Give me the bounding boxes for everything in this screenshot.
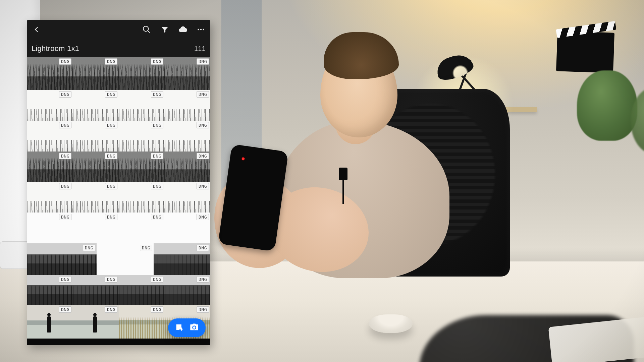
photo-thumbnail[interactable]: DNG <box>119 152 165 182</box>
file-format-badge: DNG <box>83 245 95 251</box>
lightroom-app-window: Lightroom 1x1 111 DNGDNGDNGDNGDNGDNGDNGD… <box>27 20 210 345</box>
album-title: Lightroom 1x1 <box>32 44 79 53</box>
file-format-badge: DNG <box>59 153 71 159</box>
file-format-badge: DNG <box>105 91 117 98</box>
photo-thumbnail[interactable]: DNG <box>27 182 73 213</box>
file-format-badge: DNG <box>197 153 209 159</box>
file-format-badge: DNG <box>197 122 209 128</box>
file-format-badge: DNG <box>151 183 163 189</box>
photo-thumbnail[interactable]: DNG <box>27 57 73 90</box>
file-format-badge: DNG <box>105 58 117 65</box>
file-format-badge: DNG <box>105 122 117 128</box>
photo-thumbnail[interactable]: DNG <box>119 57 165 90</box>
photo-thumbnail[interactable]: DNG <box>165 275 210 306</box>
photo-thumbnail[interactable]: DNG <box>119 305 165 339</box>
file-format-badge: DNG <box>59 214 71 220</box>
photo-grid[interactable]: DNGDNGDNGDNGDNGDNGDNGDNGDNGDNGDNGDNGDNGD… <box>27 57 210 345</box>
file-format-badge: DNG <box>105 183 117 189</box>
photo-thumbnail[interactable]: DNG <box>27 121 73 152</box>
photo-thumbnail[interactable]: DNG <box>97 243 154 276</box>
file-format-badge: DNG <box>151 91 163 98</box>
photo-thumbnail[interactable]: DNG <box>119 121 165 152</box>
photo-thumbnail[interactable]: DNG <box>73 90 119 121</box>
add-photo-icon <box>175 322 184 333</box>
svg-point-1 <box>200 29 202 30</box>
photo-thumbnail[interactable]: DNG <box>154 243 210 276</box>
photo-thumbnail[interactable]: DNG <box>165 90 210 121</box>
photo-thumbnail[interactable]: DNG <box>73 182 119 213</box>
app-toolbar <box>27 20 210 40</box>
file-format-badge: DNG <box>197 306 209 313</box>
power-strip <box>0 241 31 269</box>
file-format-badge: DNG <box>59 276 71 283</box>
photo-thumbnail[interactable]: DNG <box>73 213 119 244</box>
cloud-icon <box>178 25 187 35</box>
photo-thumbnail[interactable]: DNG <box>119 213 165 244</box>
file-format-badge: DNG <box>140 245 152 251</box>
photo-thumbnail[interactable]: DNG <box>73 121 119 152</box>
file-format-badge: DNG <box>105 153 117 159</box>
svg-point-2 <box>203 29 204 30</box>
svg-point-0 <box>198 29 199 30</box>
file-format-badge: DNG <box>197 245 209 251</box>
file-format-badge: DNG <box>151 122 163 128</box>
thumbnail-figure <box>47 316 51 333</box>
file-format-badge: DNG <box>151 306 163 313</box>
back-button[interactable] <box>29 23 44 38</box>
photo-thumbnail[interactable]: DNG <box>119 275 165 306</box>
camera-icon <box>190 322 199 333</box>
file-format-badge: DNG <box>197 183 209 189</box>
file-format-badge: DNG <box>197 91 209 98</box>
add-fab <box>168 318 206 337</box>
photo-thumbnail[interactable]: DNG <box>165 213 210 244</box>
file-format-badge: DNG <box>59 91 71 98</box>
filter-button[interactable] <box>157 23 172 38</box>
photo-thumbnail[interactable]: DNG <box>165 182 210 213</box>
file-format-badge: DNG <box>59 58 71 65</box>
file-format-badge: DNG <box>59 183 71 189</box>
photo-thumbnail[interactable]: DNG <box>73 275 119 306</box>
photo-thumbnail[interactable]: DNG <box>27 275 73 306</box>
album-header[interactable]: Lightroom 1x1 111 <box>27 40 210 57</box>
photo-thumbnail[interactable]: DNG <box>119 90 165 121</box>
thumbnail-figure <box>93 316 97 333</box>
photo-count: 111 <box>194 45 206 53</box>
file-format-badge: DNG <box>197 58 209 65</box>
clapperboard <box>556 31 614 73</box>
photo-thumbnail[interactable]: DNG <box>165 121 210 152</box>
file-format-badge: DNG <box>105 276 117 283</box>
lav-mic <box>339 168 347 180</box>
open-camera-button[interactable] <box>187 322 202 334</box>
chevron-left-icon <box>32 25 41 35</box>
file-format-badge: DNG <box>197 276 209 283</box>
photo-thumbnail[interactable]: DNG <box>165 152 210 182</box>
photo-thumbnail[interactable]: DNG <box>27 152 73 182</box>
import-photo-button[interactable] <box>172 322 187 334</box>
search-icon <box>142 25 151 35</box>
more-icon <box>197 25 205 35</box>
photo-thumbnail[interactable]: DNG <box>165 57 210 90</box>
more-button[interactable] <box>194 23 208 38</box>
cloud-sync-button[interactable] <box>175 23 190 38</box>
photo-thumbnail[interactable]: DNG <box>27 213 73 244</box>
file-format-badge: DNG <box>105 306 117 313</box>
photo-thumbnail[interactable]: DNG <box>27 90 73 121</box>
file-format-badge: DNG <box>151 276 163 283</box>
file-format-badge: DNG <box>197 214 209 220</box>
photo-thumbnail[interactable]: DNG <box>27 305 73 339</box>
photo-thumbnail[interactable]: DNG <box>73 305 119 339</box>
file-format-badge: DNG <box>151 214 163 220</box>
photo-thumbnail[interactable]: DNG <box>73 152 119 182</box>
photo-thumbnail[interactable]: DNG <box>27 243 97 276</box>
file-format-badge: DNG <box>59 122 71 128</box>
filter-icon <box>160 25 169 35</box>
file-format-badge: DNG <box>151 153 163 159</box>
photo-thumbnail[interactable]: DNG <box>119 182 165 213</box>
search-button[interactable] <box>139 23 154 38</box>
file-format-badge: DNG <box>105 214 117 220</box>
file-format-badge: DNG <box>59 306 71 313</box>
file-format-badge: DNG <box>151 58 163 65</box>
coffee-mug <box>369 314 413 333</box>
photo-thumbnail[interactable]: DNG <box>73 57 119 90</box>
potted-plant <box>577 70 637 141</box>
